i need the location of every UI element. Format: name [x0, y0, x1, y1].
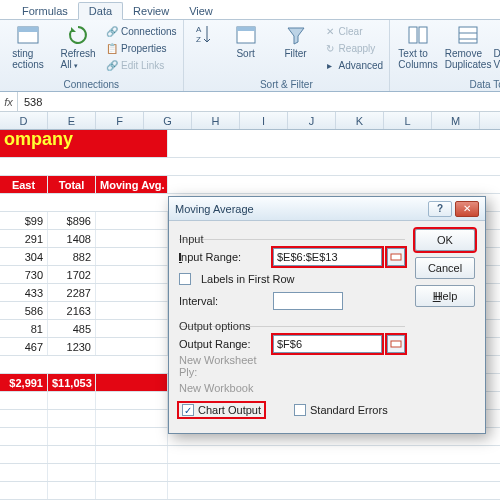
cell[interactable]: 291 — [0, 230, 48, 247]
cell[interactable]: 81 — [0, 320, 48, 337]
svg-text:A: A — [196, 25, 202, 34]
header-total: Total — [48, 176, 96, 193]
group-label-connections: Connections — [6, 77, 177, 90]
sort-label: Sort — [236, 48, 254, 59]
connections-button[interactable]: 🔗Connections — [106, 23, 177, 39]
totals-east: $2,991 — [0, 374, 48, 391]
cell[interactable] — [96, 248, 168, 265]
cancel-button[interactable]: Cancel — [415, 257, 475, 279]
data-validation-button[interactable]: Data Validation — [496, 23, 500, 70]
cell[interactable]: $896 — [48, 212, 96, 229]
label-labels-first: Labels in First Row — [201, 273, 295, 285]
collapse-dialog-button[interactable] — [387, 248, 405, 266]
column-headers: D E F G H I J K L M — [0, 112, 500, 130]
label-new-ply: New Worksheet Ply: — [179, 354, 267, 378]
text-to-columns-icon — [406, 23, 430, 47]
label-standard-errors: Standard Errors — [310, 404, 388, 416]
properties-button[interactable]: 📋Properties — [106, 40, 177, 56]
col-f[interactable]: F — [96, 112, 144, 129]
close-icon: ✕ — [463, 203, 471, 214]
input-range-field[interactable]: $E$6:$E$13 — [273, 248, 382, 266]
output-range-field[interactable]: $F$6 — [273, 335, 382, 353]
reapply-button[interactable]: ↻Reapply — [324, 40, 383, 56]
advanced-button[interactable]: ▸Advanced — [324, 57, 383, 73]
link-icon: 🔗 — [106, 25, 118, 37]
sort-button[interactable]: Sort — [224, 23, 268, 59]
ok-button[interactable]: OK — [415, 229, 475, 251]
cell[interactable] — [96, 302, 168, 319]
label-output-range: Output Range: — [179, 338, 267, 350]
cell[interactable]: 882 — [48, 248, 96, 265]
close-button[interactable]: ✕ — [455, 201, 479, 217]
cell[interactable]: 2163 — [48, 302, 96, 319]
existing-connections-button[interactable]: sting ections — [6, 23, 50, 70]
formula-bar-value[interactable]: 538 — [18, 92, 500, 111]
totals-total: $11,053 — [48, 374, 96, 391]
cell[interactable]: 586 — [0, 302, 48, 319]
chart-output-checkbox[interactable] — [182, 404, 194, 416]
dialog-titlebar[interactable]: Moving Average ? ✕ — [169, 197, 485, 221]
dialog-title: Moving Average — [175, 203, 425, 215]
col-l[interactable]: L — [384, 112, 432, 129]
col-j[interactable]: J — [288, 112, 336, 129]
ribbon: sting ections Refresh All 🔗Connections 📋… — [0, 20, 500, 92]
cell[interactable]: 1408 — [48, 230, 96, 247]
labels-first-row-checkbox[interactable] — [179, 273, 191, 285]
cell[interactable] — [96, 212, 168, 229]
tab-review[interactable]: Review — [123, 3, 179, 19]
header-east: East — [0, 176, 48, 193]
table-row — [0, 446, 500, 464]
group-sort-filter: AZ Sort Filter ✕Clear ↻Reapply ▸Advanced… — [184, 20, 390, 91]
text-to-columns-button[interactable]: Text to Columns — [396, 23, 440, 70]
cell[interactable]: 1702 — [48, 266, 96, 283]
cell[interactable] — [96, 230, 168, 247]
table-row: East Total Moving Avg. — [0, 176, 500, 194]
question-icon: ? — [437, 203, 443, 214]
col-d[interactable]: D — [0, 112, 48, 129]
refresh-icon — [66, 23, 90, 47]
text-to-columns-label: Text to Columns — [398, 48, 437, 70]
filter-button[interactable]: Filter — [274, 23, 318, 59]
svg-text:Z: Z — [196, 35, 201, 44]
col-e[interactable]: E — [48, 112, 96, 129]
col-h[interactable]: H — [192, 112, 240, 129]
clear-button[interactable]: ✕Clear — [324, 23, 383, 39]
fx-icon[interactable]: fx — [0, 92, 18, 111]
tab-formulas[interactable]: Formulas — [12, 3, 78, 19]
svg-rect-12 — [391, 254, 401, 260]
col-k[interactable]: K — [336, 112, 384, 129]
tab-data[interactable]: Data — [78, 2, 123, 20]
label-chart-output: Chart Output — [198, 404, 261, 416]
tab-view[interactable]: View — [179, 3, 223, 19]
filter-label: Filter — [284, 48, 306, 59]
help-button-icon[interactable]: ? — [428, 201, 452, 217]
cell[interactable] — [96, 266, 168, 283]
cell[interactable]: $99 — [0, 212, 48, 229]
cell[interactable]: 2287 — [48, 284, 96, 301]
remove-duplicates-button[interactable]: Remove Duplicates — [446, 23, 490, 70]
col-i[interactable]: I — [240, 112, 288, 129]
cell[interactable]: 485 — [48, 320, 96, 337]
cell[interactable]: 304 — [0, 248, 48, 265]
collapse-dialog-button-2[interactable] — [387, 335, 405, 353]
cell[interactable]: 730 — [0, 266, 48, 283]
cell[interactable] — [96, 320, 168, 337]
funnel-icon — [284, 23, 308, 47]
sort-az-button[interactable]: AZ — [190, 23, 218, 47]
edit-links-button[interactable]: 🔗Edit Links — [106, 57, 177, 73]
cell[interactable] — [96, 338, 168, 355]
edit-links-icon: 🔗 — [106, 59, 118, 71]
interval-field[interactable] — [273, 292, 343, 310]
table-row — [0, 482, 500, 500]
cell[interactable] — [96, 284, 168, 301]
standard-errors-checkbox[interactable] — [294, 404, 306, 416]
cell[interactable]: 1230 — [48, 338, 96, 355]
cell[interactable]: 433 — [0, 284, 48, 301]
col-g[interactable]: G — [144, 112, 192, 129]
cell[interactable]: 467 — [0, 338, 48, 355]
refresh-all-label: Refresh All — [60, 48, 95, 70]
help-button[interactable]: HHelp — [415, 285, 475, 307]
refresh-all-button[interactable]: Refresh All — [56, 23, 100, 70]
svg-rect-13 — [391, 341, 401, 347]
col-m[interactable]: M — [432, 112, 480, 129]
